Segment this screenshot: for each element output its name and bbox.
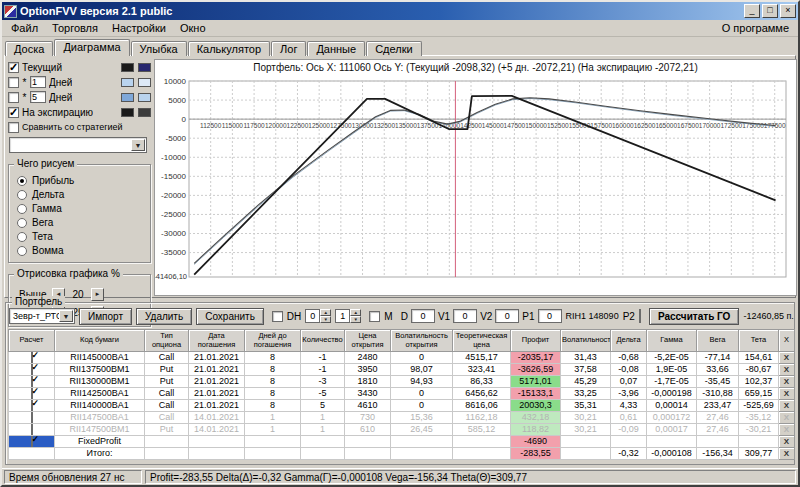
tab-data[interactable]: Данные	[307, 41, 365, 56]
cell-vega: 27,46	[697, 424, 739, 436]
column-header-13[interactable]: Вега	[697, 330, 739, 352]
column-header-14[interactable]: Тета	[739, 330, 779, 352]
row-calc-checkbox[interactable]	[31, 364, 33, 376]
current-checkbox[interactable]	[8, 62, 19, 73]
tab-diagram[interactable]: Диаграмма	[54, 39, 129, 56]
column-header-11[interactable]: Дельта	[611, 330, 647, 352]
delete-row-button[interactable]: X	[779, 448, 795, 460]
menu-item-about[interactable]: О программе	[715, 21, 796, 35]
column-header-4[interactable]: Дней до погашения	[245, 330, 301, 352]
vomma-radio[interactable]	[17, 246, 27, 256]
column-header-6[interactable]: Цена открытия	[345, 330, 391, 352]
tab-smile[interactable]: Улыбка	[131, 41, 187, 56]
5day-color-swatch-1	[121, 93, 134, 102]
cell-delta: 4,33	[611, 400, 647, 412]
delete-row-button[interactable]: X	[779, 364, 795, 376]
vega-radio[interactable]	[17, 218, 27, 228]
column-header-2[interactable]: Тип опциона	[145, 330, 189, 352]
save-button[interactable]: Сохранить	[196, 308, 264, 325]
tab-deals[interactable]: Сделки	[366, 41, 422, 56]
column-header-5[interactable]: Количество	[301, 330, 345, 352]
chart-panel[interactable]: Портфель: Ось X: 111060 Ось Y: (Текущий …	[154, 59, 797, 296]
row-calc-checkbox[interactable]	[31, 388, 33, 400]
tab-board[interactable]: Доска	[5, 41, 53, 56]
p2-field[interactable]	[639, 309, 641, 323]
column-header-7[interactable]: Волатильность открытия	[391, 330, 453, 352]
gamma-radio[interactable]	[17, 204, 27, 214]
menu-item-trading[interactable]: Торговля	[45, 21, 105, 35]
row-calc-checkbox[interactable]	[31, 412, 33, 424]
delete-row-button[interactable]: X	[779, 436, 795, 448]
above-increase-button[interactable]: ►	[91, 288, 104, 301]
spin-down-icon[interactable]: ▼	[320, 316, 331, 323]
row-calc-checkbox[interactable]	[31, 376, 33, 388]
fixed-profit-row: FixedProfit-4690X	[9, 436, 795, 448]
maximize-button[interactable]: □	[762, 4, 778, 18]
dh-spinner-1[interactable]: 0 ▲▼	[305, 309, 331, 323]
cell-date: 21.01.2021	[189, 352, 245, 364]
calculate-go-button[interactable]: Рассчитать ГО	[649, 308, 740, 325]
spin-up-icon[interactable]: ▲	[320, 309, 331, 316]
delta-radio[interactable]	[17, 190, 27, 200]
cell-vol	[561, 448, 611, 460]
dh-spinner-2[interactable]: 1 ▲▼	[335, 309, 361, 323]
cell-type	[145, 448, 189, 460]
theta-radio[interactable]	[17, 232, 27, 242]
column-header-10[interactable]: Волатильность	[561, 330, 611, 352]
5day-star-label: *	[22, 92, 27, 103]
row-calc-checkbox[interactable]	[31, 424, 33, 436]
5day-checkbox[interactable]	[8, 92, 19, 103]
p1-field[interactable]: 0	[538, 309, 562, 323]
profit-radio[interactable]	[17, 176, 27, 186]
menu-item-file[interactable]: Файл	[4, 21, 45, 35]
column-header-0[interactable]: Расчет	[9, 330, 55, 352]
column-header-3[interactable]: Дата погашения	[189, 330, 245, 352]
v1-field[interactable]: 0	[453, 309, 477, 323]
expiration-checkbox[interactable]	[8, 107, 19, 118]
cell-theta: 309,77	[739, 448, 779, 460]
spin-up-icon[interactable]: ▲	[350, 309, 361, 316]
minimize-button[interactable]: _	[744, 4, 760, 18]
cell-code: RII142500BA1	[55, 388, 145, 400]
preset-dropdown[interactable]: 3евр-т_РТС ▼	[9, 308, 75, 324]
menu-item-window[interactable]: Окно	[173, 21, 213, 35]
row-calc-checkbox[interactable]	[31, 400, 33, 412]
dh-checkbox[interactable]	[272, 311, 283, 322]
row-calc-checkbox[interactable]	[31, 436, 33, 448]
delete-row-button[interactable]: X	[779, 376, 795, 388]
v2-field[interactable]: 0	[495, 309, 519, 323]
import-button[interactable]: Импорт	[79, 308, 132, 325]
strategy-dropdown[interactable]: ▼	[9, 137, 147, 153]
delete-row-button[interactable]: X	[779, 388, 795, 400]
cell-open_price: 730	[345, 412, 391, 424]
1day-days-input[interactable]	[30, 76, 46, 88]
cell-vega: -77,14	[697, 352, 739, 364]
m-checkbox[interactable]	[369, 311, 380, 322]
1day-checkbox[interactable]	[8, 77, 19, 88]
tab-calculator[interactable]: Калькулятор	[188, 41, 270, 56]
portfolio-chart-svg[interactable]: 1000050000-5000-10000-15000-20000-25000-…	[155, 73, 796, 294]
param-fields: D0V10V20P10	[401, 309, 562, 323]
menu-item-settings[interactable]: Настройки	[105, 21, 173, 35]
compare-strategy-checkbox[interactable]	[8, 122, 19, 133]
5day-days-input[interactable]	[30, 91, 46, 103]
column-header-1[interactable]: Код бумаги	[55, 330, 145, 352]
cell-open_vol: 98,07	[391, 364, 453, 376]
delete-row-button[interactable]: X	[779, 412, 795, 424]
column-header-9[interactable]: Профит	[511, 330, 561, 352]
delete-button[interactable]: Удалить	[136, 308, 192, 325]
column-header-15[interactable]: X	[779, 330, 795, 352]
column-header-12[interactable]: Гамма	[647, 330, 697, 352]
delete-row-button[interactable]: X	[779, 352, 795, 364]
svg-text:0: 0	[182, 115, 187, 124]
row-calc-checkbox[interactable]	[31, 352, 33, 364]
d-field[interactable]: 0	[411, 309, 435, 323]
tab-log[interactable]: Лог	[271, 41, 306, 56]
delete-row-button[interactable]: X	[779, 424, 795, 436]
cell-open_vol	[391, 436, 453, 448]
spin-down-icon[interactable]: ▼	[350, 316, 361, 323]
column-header-8[interactable]: Теоретическая цена	[453, 330, 511, 352]
close-button[interactable]: ×	[780, 4, 796, 18]
draw-option-vomma: Вомма	[17, 244, 146, 257]
delete-row-button[interactable]: X	[779, 400, 795, 412]
